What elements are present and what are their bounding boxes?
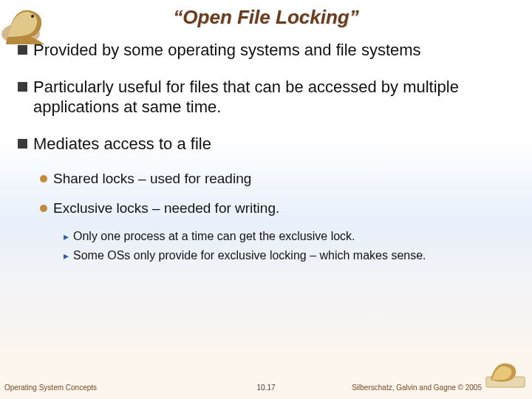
arrow-bullet-icon: ▸ <box>64 231 69 242</box>
slide-title: “Open File Locking” <box>0 6 532 29</box>
bullet-level-1: Provided by some operating systems and f… <box>18 40 520 61</box>
square-bullet-icon <box>18 139 27 149</box>
slide-content: Provided by some operating systems and f… <box>18 40 520 267</box>
bullet-level-1: Mediates access to a file <box>18 134 520 154</box>
bullet-level-3: ▸ Some OSs only provide for exclusive lo… <box>64 248 520 263</box>
bullet-text: Mediates access to a file <box>33 134 211 154</box>
bullet-level-2: Exclusive locks – needed for writing. <box>40 200 520 217</box>
bullet-text: Exclusive locks – needed for writing. <box>53 200 279 217</box>
circle-bullet-icon <box>40 175 47 183</box>
bullet-text: Only one process at a time can get the e… <box>73 229 355 244</box>
circle-bullet-icon <box>40 205 47 212</box>
bullet-level-2: Shared locks – used for reading <box>40 170 520 188</box>
bullet-text: Particularly useful for files that can b… <box>33 77 520 117</box>
square-bullet-icon <box>18 45 27 55</box>
footer-copyright: Silberschatz, Galvin and Gagne © 2005 <box>352 383 482 392</box>
square-bullet-icon <box>18 82 27 92</box>
bullet-level-3: ▸ Only one process at a time can get the… <box>64 229 520 244</box>
bullet-text: Shared locks – used for reading <box>53 170 251 188</box>
slide-footer: Operating System Concepts 10.17 Silbersc… <box>0 377 532 392</box>
bullet-text: Some OSs only provide for exclusive lock… <box>73 248 426 263</box>
bullet-text: Provided by some operating systems and f… <box>33 40 421 61</box>
bullet-level-1: Particularly useful for files that can b… <box>18 77 520 117</box>
arrow-bullet-icon: ▸ <box>64 250 69 262</box>
